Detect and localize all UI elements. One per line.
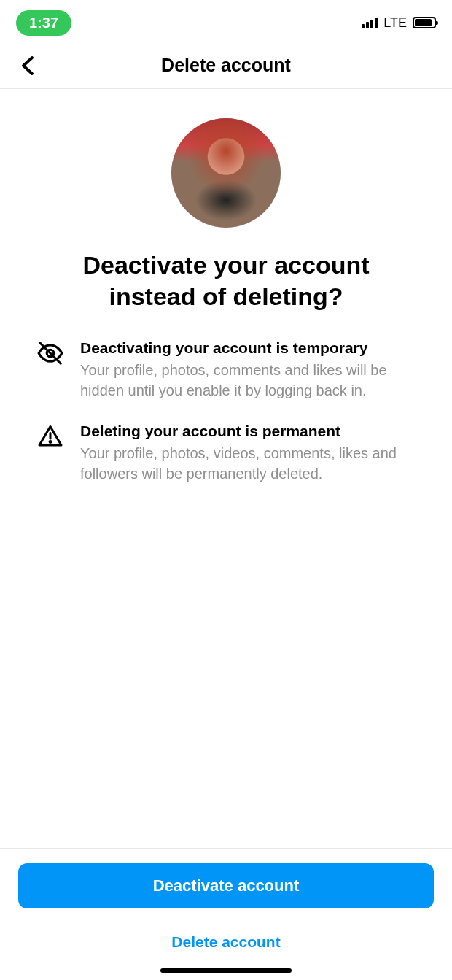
content: Deactivate your account instead of delet… [0,89,452,484]
battery-icon [413,17,436,28]
avatar [171,118,281,228]
home-indicator[interactable] [160,968,292,973]
headline: Deactivate your account instead of delet… [36,250,416,312]
deactivate-button[interactable]: Deactivate account [18,863,434,908]
info-desc: Your profile, photos, videos, comments, … [80,443,416,484]
network-label: LTE [383,15,407,31]
svg-point-3 [50,441,51,443]
delete-button[interactable]: Delete account [18,926,434,958]
info-desc: Your profile, photos, comments and likes… [80,360,416,401]
eye-off-icon [36,339,64,367]
info-title: Deactivating your account is temporary [80,339,416,357]
page-title: Delete account [0,55,452,76]
nav-bar: Delete account [0,42,452,89]
info-deactivate: Deactivating your account is temporary Y… [36,339,416,401]
status-indicators: LTE [362,15,436,31]
chevron-left-icon [20,55,35,76]
info-delete: Deleting your account is permanent Your … [36,423,416,484]
back-button[interactable] [15,53,41,79]
signal-icon [362,17,378,28]
info-title: Deleting your account is permanent [80,423,416,440]
status-bar: 1:37 LTE [0,0,452,42]
time-pill[interactable]: 1:37 [16,10,71,36]
warning-icon [36,423,64,450]
avatar-container [36,118,416,228]
footer: Deactivate account Delete account [0,848,452,980]
